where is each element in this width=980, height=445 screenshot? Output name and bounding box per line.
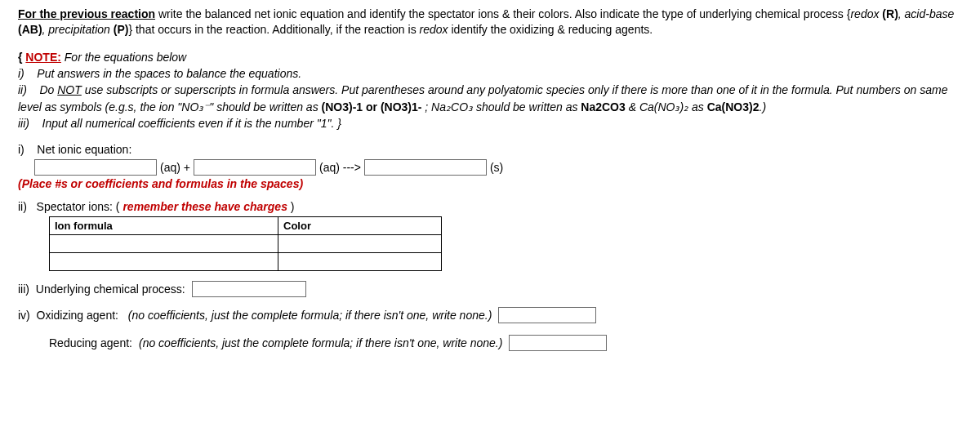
part-ii-remember: remember these have charges [122,200,287,213]
intro-precip: precipitation [48,23,110,36]
note-ex3: Ca(NO3)2 [707,100,760,113]
part-ii-label: ii) Spectator ions: ( remember these hav… [18,200,962,213]
note-ii-sep: ; Na₂CO₃ should be written as [421,100,581,113]
ion-formula-cell-2[interactable] [50,253,278,271]
note-ex1: (NO3)-1 or (NO3)1- [322,100,422,113]
intro-ab-abbr: (AB) [18,23,42,36]
part-iii: iii) Underlying chemical process: [18,281,962,297]
intro-paragraph: For the previous reaction write the bala… [18,7,962,38]
intro-p-abbr: (P) [110,23,129,36]
net-ionic-equation-row: (aq) + (aq) ---> (s) [34,159,962,176]
color-cell-2[interactable] [278,253,442,271]
aq-arrow: (aq) ---> [319,161,361,174]
product-1-input[interactable] [364,159,487,176]
reducing-agent-input[interactable] [509,335,607,351]
spectator-table: Ion formula Color [49,216,442,271]
note-ii-end: .) [760,100,767,113]
part-ii-post: ) [287,200,295,213]
intro-r-abbr: (R) [879,7,898,20]
note-label: NOTE: [25,51,61,64]
intro-lead: For the previous reaction [18,7,155,20]
note-i-num: i) [18,67,24,80]
part-ii: ii) Spectator ions: ( remember these hav… [18,200,962,271]
table-row: Ion formula Color [50,217,442,235]
place-note: (Place #s or coefficients and formulas i… [18,177,962,190]
note-ii-num: ii) [18,83,27,96]
part-i: i) Net ionic equation: (aq) + (aq) ---> … [18,143,962,190]
intro-redox: redox [850,7,879,20]
intro-acidbase: acid-base [905,7,955,20]
part-iv-label: iv) Oxidizing agent: [18,309,122,322]
intro-body-3: identify the oxidizing & reducing agents… [448,23,653,36]
aq-plus-1: (aq) + [160,161,190,174]
reducing-label: Reducing agent: [49,336,132,349]
reducing-hint: (no coefficients, just the complete form… [139,336,502,349]
oxidizing-agent-input[interactable] [498,307,596,323]
note-ex2: Na2CO3 [581,100,625,113]
note-iii-num: iii) [18,117,29,130]
part-ii-pre: ii) Spectator ions: ( [18,200,122,213]
intro-redox2: redox [420,23,448,36]
intro-body-2: } that occurs in the reaction. Additiona… [128,23,419,36]
table-row [50,253,442,271]
part-iv: iv) Oxidizing agent: (no coefficients, j… [18,307,962,351]
note-i-text: Put answers in the spaces to balance the… [24,67,301,80]
note-amp: & Ca(NO₃)₂ as [626,100,707,113]
note-brace: { [18,51,25,64]
part-i-label: i) Net ionic equation: [18,143,962,156]
note-ii-pre: Do [27,83,57,96]
reactant-1-input[interactable] [34,159,157,176]
note-block: { NOTE: For the equations below i) Put a… [18,49,962,131]
intro-comma1: , [898,7,905,20]
th-color: Color [278,217,442,235]
note-for-eq: For the equations below [61,51,186,64]
table-row [50,235,442,253]
part-iii-label: iii) Underlying chemical process: [18,283,185,296]
intro-body-1: write the balanced net ionic equation an… [155,7,850,20]
th-ion-formula: Ion formula [50,217,278,235]
reactant-2-input[interactable] [194,159,316,176]
state-s: (s) [490,161,503,174]
ion-formula-cell-1[interactable] [50,235,278,253]
chemical-process-input[interactable] [192,281,306,297]
note-not: NOT [57,83,82,96]
color-cell-1[interactable] [278,235,442,253]
oxidizing-hint: (no coefficients, just the complete form… [128,309,492,322]
note-iii-text: Input all numerical coefficients even if… [29,117,341,130]
